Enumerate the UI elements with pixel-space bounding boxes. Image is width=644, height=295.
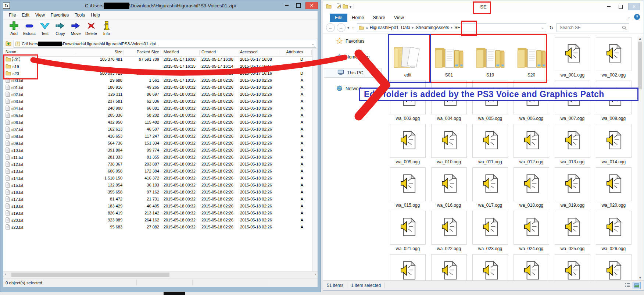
info-button[interactable]: Info bbox=[99, 19, 114, 36]
table-row[interactable]: s03.txt237 58162 3362015-05-18 00:322015… bbox=[3, 98, 312, 105]
folder-tile[interactable]: S01 bbox=[431, 37, 467, 81]
scroll-left-icon[interactable]: ‹ bbox=[5, 272, 6, 276]
horizontal-scrollbar[interactable]: ‹ › bbox=[3, 271, 318, 278]
up-button[interactable]: ↑ bbox=[352, 25, 354, 31]
table-row[interactable]: s01.txt186 91649 2652015-05-18 00:322015… bbox=[3, 84, 312, 91]
file-tile[interactable] bbox=[431, 254, 467, 281]
folder-tile[interactable]: edit bbox=[390, 37, 426, 81]
file-tile[interactable]: wa_002.ogg bbox=[596, 37, 632, 81]
maximize-button[interactable] bbox=[294, 2, 303, 8]
file-tile[interactable]: wa_025.ogg bbox=[555, 211, 590, 254]
file-tile[interactable]: wa_023.ogg bbox=[472, 211, 508, 254]
vertical-scrollbar[interactable] bbox=[312, 49, 318, 271]
test-button[interactable]: Test bbox=[37, 19, 53, 36]
file-tile[interactable]: wa_001.ogg bbox=[555, 37, 590, 81]
close-button[interactable]: ✕ bbox=[305, 2, 318, 9]
table-row[interactable]: s20.txt923 089264 1622015-05-18 00:32201… bbox=[3, 217, 312, 224]
refresh-icon[interactable]: ↻ bbox=[548, 25, 555, 31]
breadcrumb-segment[interactable]: HigurashiEp01_Data bbox=[370, 25, 411, 30]
add-button[interactable]: Add bbox=[6, 19, 22, 36]
tab-share[interactable]: Share bbox=[369, 14, 390, 22]
file-tile[interactable]: wa_022.ogg bbox=[431, 211, 467, 254]
sidebar-item-homegroup[interactable]: Homegroup bbox=[323, 52, 389, 62]
file-tile[interactable]: wa_019.ogg bbox=[555, 167, 590, 211]
column-header-size[interactable]: Size bbox=[77, 50, 122, 54]
large-icons-view-button[interactable] bbox=[633, 282, 641, 289]
table-row[interactable]: s14.txt1 518 150416 3722015-05-18 00:322… bbox=[3, 175, 312, 182]
column-header-name[interactable]: Name bbox=[6, 49, 74, 54]
table-row[interactable]: s09.txt564 736151 3342015-05-18 00:32201… bbox=[3, 140, 312, 147]
folder-tile[interactable]: S19 bbox=[472, 37, 508, 81]
file-tile[interactable] bbox=[390, 254, 426, 281]
file-tile[interactable]: wa_017.ogg bbox=[472, 167, 508, 211]
folder-icon[interactable] bbox=[326, 3, 332, 10]
file-tile[interactable]: wa_007.ogg bbox=[555, 81, 590, 124]
minimize-button[interactable] bbox=[605, 3, 613, 10]
table-row[interactable]: s08.txt416 653117 2472015-05-18 00:32201… bbox=[3, 133, 312, 140]
scroll-down-icon[interactable]: ▼ bbox=[637, 276, 643, 280]
forward-button[interactable]: → bbox=[337, 23, 346, 32]
scrollbar-thumb[interactable] bbox=[638, 42, 642, 89]
file-tile[interactable]: wa_013.ogg bbox=[555, 124, 590, 167]
menu-item-view[interactable]: View bbox=[33, 12, 47, 18]
tab-file[interactable]: File bbox=[330, 14, 347, 22]
folder-up-icon[interactable] bbox=[6, 40, 11, 47]
table-row[interactable]: s20580 093 725543 383 9662015-05-17 16:1… bbox=[3, 70, 312, 77]
new-folder-icon[interactable] bbox=[343, 3, 348, 10]
file-tile[interactable] bbox=[555, 254, 590, 281]
table-row[interactable]: s01105 376 48197 591 7092015-05-17 16:08… bbox=[3, 56, 312, 63]
breadcrumb[interactable]: « HigurashiEp01_Data▸StreamingAssets▸SE … bbox=[357, 23, 546, 32]
menu-item-favorites[interactable]: Favorites bbox=[48, 12, 71, 18]
column-header-created[interactable]: Created bbox=[201, 50, 237, 54]
breadcrumb-segment[interactable]: SE bbox=[454, 25, 460, 30]
chevron-down-icon[interactable]: ▾ bbox=[350, 5, 351, 9]
table-row[interactable]: s05.txt205 33658 2022015-05-18 00:322015… bbox=[3, 112, 312, 119]
file-tile[interactable]: wa_024.ogg bbox=[514, 211, 549, 254]
chevron-down-icon[interactable]: ⌄ bbox=[311, 42, 314, 46]
file-tile[interactable]: wa_026.ogg bbox=[596, 211, 632, 254]
table-row[interactable]: s10.txt391 80499 7742015-05-18 00:322015… bbox=[3, 147, 312, 154]
file-tile[interactable]: wa_010.ogg bbox=[431, 124, 467, 167]
file-tile[interactable]: wa_009.ogg bbox=[390, 124, 426, 167]
table-row[interactable]: s12.txt738 367203 8872015-05-18 00:32201… bbox=[3, 161, 312, 168]
close-button[interactable]: ✕ bbox=[628, 3, 640, 10]
chevron-right-icon[interactable]: ▸ bbox=[451, 26, 453, 29]
file-tile[interactable] bbox=[596, 254, 632, 281]
table-row[interactable]: s17.txt81 47221 7312015-05-18 00:322015-… bbox=[3, 196, 312, 203]
sevenzip-titlebar[interactable]: 7z C:\Users\Downloads\Higurashi\Higurash… bbox=[3, 0, 318, 11]
details-view-button[interactable] bbox=[624, 282, 631, 288]
scroll-right-icon[interactable]: › bbox=[315, 272, 316, 276]
file-tile[interactable]: wa_011.ogg bbox=[472, 124, 508, 167]
chevron-right-icon[interactable]: ▸ bbox=[412, 26, 414, 29]
table-row[interactable]: s00.txt29 6881 5612015-05-17 18:152015-0… bbox=[3, 77, 312, 84]
copy-button[interactable]: Copy bbox=[53, 19, 68, 36]
file-tile[interactable]: wa_020.ogg bbox=[596, 167, 632, 211]
table-row[interactable]: s02.txt326 31186 6972015-05-18 00:322015… bbox=[3, 91, 312, 98]
delete-button[interactable]: Delete bbox=[83, 19, 99, 36]
column-header-modified[interactable]: Modified bbox=[164, 50, 200, 54]
address-dropdown-icon[interactable]: ⌄ bbox=[541, 26, 544, 29]
sevenzip-address-input[interactable]: C:\Users\Downloads\Higurashi\HigurashiPS… bbox=[14, 40, 316, 48]
history-dropdown-icon[interactable]: ▾ bbox=[347, 26, 349, 30]
menu-item-edit[interactable]: Edit bbox=[19, 12, 32, 18]
menu-item-file[interactable]: File bbox=[6, 12, 18, 18]
file-tile[interactable] bbox=[514, 254, 549, 281]
table-row[interactable]: s11.txt281 33381 3552015-05-18 00:322015… bbox=[3, 154, 312, 161]
file-tile[interactable]: wa_003.ogg bbox=[390, 81, 426, 124]
minimize-button[interactable] bbox=[282, 2, 291, 8]
column-header-attributes[interactable]: Attributes bbox=[281, 50, 303, 54]
file-tile[interactable] bbox=[472, 254, 508, 281]
vertical-scrollbar[interactable]: ▲ ▼ bbox=[637, 36, 643, 280]
file-tile[interactable]: wa_015.ogg bbox=[390, 167, 426, 211]
move-button[interactable]: Move bbox=[68, 19, 83, 36]
help-icon[interactable]: ? bbox=[634, 14, 640, 20]
table-row[interactable]: s04.txt248 90066 8812015-05-18 00:322015… bbox=[3, 105, 312, 112]
file-tile[interactable]: wa_006.ogg bbox=[514, 81, 549, 124]
tab-home[interactable]: Home bbox=[347, 14, 368, 22]
search-icon[interactable] bbox=[622, 25, 627, 30]
table-row[interactable]: s192015-05-17 16:152015-05-17 16:142015-… bbox=[3, 63, 312, 70]
properties-icon[interactable] bbox=[336, 3, 341, 10]
file-tile[interactable]: wa_018.ogg bbox=[514, 167, 549, 211]
table-row[interactable]: s23.txt95 68327 0822015-05-18 00:322015-… bbox=[3, 224, 312, 231]
breadcrumb-segment[interactable]: StreamingAssets bbox=[416, 25, 449, 30]
